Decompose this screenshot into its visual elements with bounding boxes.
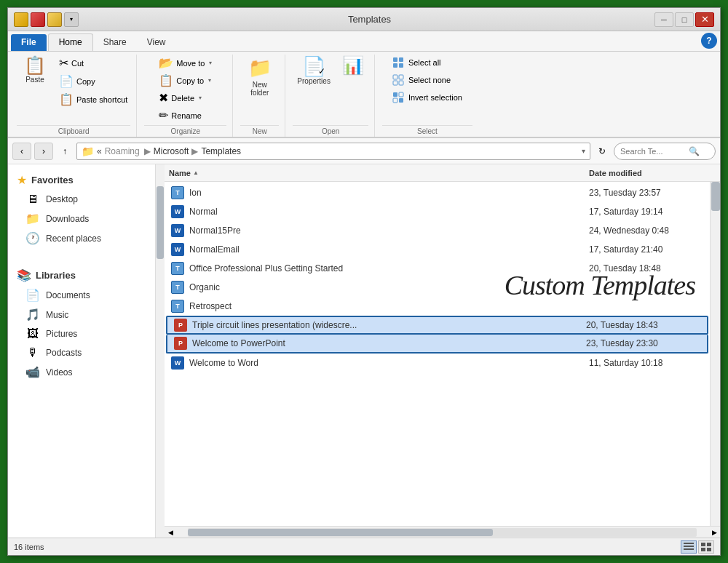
help-button[interactable]: ?: [701, 33, 717, 49]
title-icon-red: [31, 12, 45, 27]
file-row-welcome-word[interactable]: W Welcome to Word 11, Saturday 10:18: [165, 354, 710, 372]
title-bar: ▾ Templates ─ □ ✕: [8, 8, 720, 31]
open-extra-button[interactable]: 📊: [338, 55, 368, 76]
tiles-view-button[interactable]: [698, 540, 714, 554]
podcasts-icon: 🎙: [25, 346, 40, 359]
tab-view[interactable]: View: [137, 34, 176, 51]
paste-to-button[interactable]: 📋 Paste shortcut: [56, 91, 130, 108]
file-row-welcome-ppt[interactable]: P Welcome to PowerPoint 23, Tuesday 23:3…: [166, 335, 708, 354]
details-view-button[interactable]: [681, 540, 697, 554]
copy-button[interactable]: 📄 Copy: [56, 73, 130, 89]
svg-rect-4: [393, 75, 397, 79]
ion-file-icon: T: [169, 185, 186, 200]
welcome-word-date: 11, Saturday 10:18: [589, 358, 705, 368]
vertical-scrollbar[interactable]: [710, 182, 720, 526]
normal-file-icon: W: [169, 204, 186, 219]
officepro-file-icon: T: [169, 261, 186, 276]
hscroll-track[interactable]: [188, 528, 697, 537]
ion-file-name: Ion: [189, 188, 589, 198]
ribbon: 📋 Paste ✂ Cut 📄 Copy 📋 Paste shortcut: [8, 52, 720, 138]
address-box[interactable]: 📁 « Roaming ▶ Microsoft ▶ Templates ▾: [76, 143, 590, 160]
clipboard-label: Clipboard: [17, 125, 130, 135]
column-date-label: Date modified: [589, 169, 642, 177]
breadcrumb-microsoft: Microsoft: [154, 146, 189, 156]
address-folder-icon: 📁: [82, 145, 94, 157]
downloads-label: Downloads: [46, 214, 89, 224]
select-none-button[interactable]: Select none: [388, 72, 467, 88]
rename-button[interactable]: ✏ Rename: [156, 107, 215, 124]
properties-icon: 📄 ✓: [302, 57, 325, 76]
tab-file[interactable]: File: [11, 34, 47, 51]
close-button[interactable]: ✕: [695, 12, 714, 27]
copy-to-button[interactable]: 📋 Copy to ▾: [156, 72, 215, 89]
paste-button[interactable]: 📋 Paste: [17, 55, 53, 86]
maximize-button[interactable]: □: [675, 12, 694, 27]
copy-to-icon: 📋: [159, 73, 173, 87]
select-all-button[interactable]: Select all: [388, 55, 467, 71]
properties-button[interactable]: 📄 ✓ Properties: [293, 55, 335, 87]
file-list: Name ▲ Date modified T: [165, 164, 720, 538]
sidebar-item-pictures[interactable]: 🖼 Pictures: [8, 324, 155, 343]
minimize-button[interactable]: ─: [654, 12, 673, 27]
sidebar-scrollbar[interactable]: [156, 164, 165, 538]
delete-button[interactable]: ✖ Delete ▾: [156, 89, 215, 106]
move-to-button[interactable]: 📂 Move to ▾: [156, 55, 215, 71]
file-row-normal[interactable]: W Normal 17, Saturday 19:14: [165, 202, 710, 221]
sidebar-item-downloads[interactable]: 📁 Downloads: [8, 209, 155, 228]
documents-icon: 📄: [25, 288, 40, 302]
cut-icon: ✂: [59, 56, 68, 70]
hscroll-right[interactable]: ▶: [708, 529, 720, 536]
search-icon[interactable]: 🔍: [689, 146, 700, 156]
organize-group-content: 📂 Move to ▾ 📋 Copy to ▾ ✖ Delete ▾: [156, 55, 215, 124]
normal-file-name: Normal: [189, 207, 589, 217]
svg-rect-16: [707, 543, 711, 546]
up-button[interactable]: ↑: [56, 143, 74, 160]
sidebar-item-documents[interactable]: 📄 Documents: [8, 285, 155, 305]
file-row-normal15pre[interactable]: W Normal15Pre 24, Wednesday 0:48: [165, 221, 710, 240]
tab-home[interactable]: Home: [48, 33, 93, 51]
select-none-icon: [392, 74, 404, 86]
organize-group: 📂 Move to ▾ 📋 Copy to ▾ ✖ Delete ▾: [138, 55, 233, 137]
refresh-button[interactable]: ↻: [593, 143, 611, 160]
open-group-content: 📄 ✓ Properties 📊: [293, 55, 368, 124]
welcome-word-name: Welcome to Word: [189, 358, 589, 368]
sidebar-item-music[interactable]: 🎵 Music: [8, 305, 155, 324]
sidebar-item-desktop[interactable]: 🖥 Desktop: [8, 190, 155, 209]
paste-to-icon: 📋: [59, 92, 74, 106]
svg-rect-6: [393, 81, 397, 85]
file-row-organic[interactable]: T Organic: [165, 278, 710, 297]
file-row-normalemail[interactable]: W NormalEmail 17, Saturday 21:40: [165, 240, 710, 259]
copy-icon: 📄: [59, 74, 74, 88]
rename-icon: ✏: [159, 108, 168, 122]
sidebar-item-videos[interactable]: 📹 Videos: [8, 362, 155, 382]
file-row-office-pro[interactable]: T Office Professional Plus Getting Start…: [165, 259, 710, 278]
desktop-label: Desktop: [46, 194, 78, 204]
open-group: 📄 ✓ Properties 📊 Open: [287, 55, 375, 137]
window-controls: ─ □ ✕: [654, 12, 714, 27]
back-button[interactable]: ‹: [12, 143, 31, 160]
title-dropdown-icon[interactable]: ▾: [64, 12, 79, 27]
sidebar-item-podcasts[interactable]: 🎙 Podcasts: [8, 343, 155, 362]
file-row-triple[interactable]: P Triple circuit lines presentation (wid…: [166, 316, 708, 335]
file-row-ion[interactable]: T Ion 23, Tuesday 23:57: [165, 183, 710, 202]
sidebar-item-recent[interactable]: 🕐 Recent places: [8, 228, 155, 248]
welcome-ppt-icon: P: [172, 336, 189, 351]
sort-arrow: ▲: [193, 169, 199, 176]
column-name[interactable]: Name ▲: [169, 169, 589, 177]
invert-selection-button[interactable]: Invert selection: [388, 89, 467, 105]
svg-rect-8: [393, 92, 397, 97]
svg-rect-12: [684, 543, 694, 544]
file-row-retrospect[interactable]: T Retrospect: [165, 297, 710, 316]
cut-button[interactable]: ✂ Cut: [56, 55, 130, 71]
forward-button[interactable]: ›: [34, 143, 53, 160]
breadcrumb-templates: Templates: [201, 146, 241, 156]
new-folder-button[interactable]: 📁 New folder: [244, 55, 276, 99]
sidebar-libraries-header[interactable]: 📚 Libraries: [8, 265, 155, 285]
clipboard-group: 📋 Paste ✂ Cut 📄 Copy 📋 Paste shortcut: [11, 55, 137, 137]
tab-share[interactable]: Share: [93, 34, 137, 51]
sidebar-favorites-header[interactable]: ★ Favorites: [8, 170, 155, 190]
title-icon-yellow: [14, 12, 28, 27]
hscroll-left[interactable]: ◀: [165, 529, 176, 536]
column-date[interactable]: Date modified: [589, 169, 705, 177]
search-input[interactable]: [620, 147, 686, 156]
